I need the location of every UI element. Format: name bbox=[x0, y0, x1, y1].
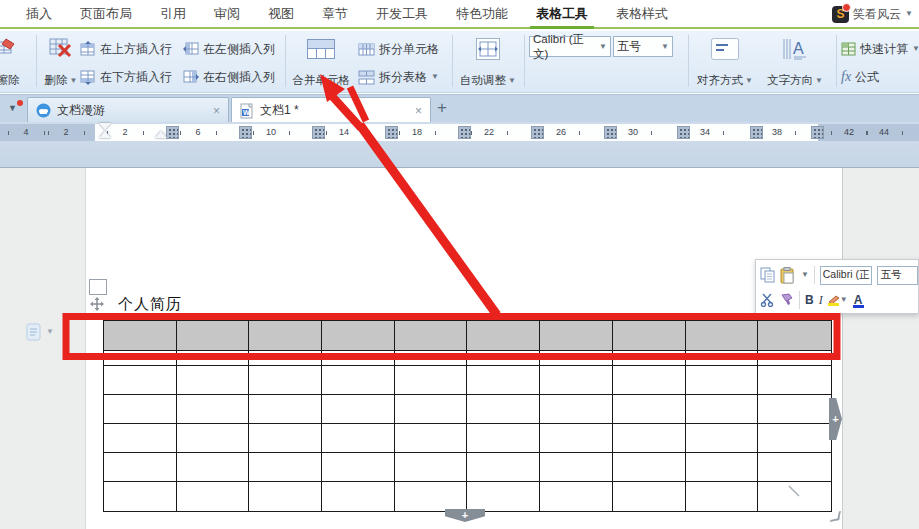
table-cell[interactable] bbox=[686, 453, 759, 482]
table-column-marker[interactable] bbox=[811, 126, 824, 139]
insert-row-below-button[interactable]: 在下方插入行 bbox=[80, 66, 172, 88]
split-table-button[interactable]: 拆分表格▼ bbox=[358, 66, 439, 88]
menu-item-references[interactable]: 引用 bbox=[146, 0, 200, 27]
insert-col-left-button[interactable]: 在左侧插入列 bbox=[183, 38, 275, 60]
table-cell[interactable] bbox=[540, 482, 613, 511]
table-cell[interactable] bbox=[467, 321, 540, 351]
table-column-marker[interactable] bbox=[312, 126, 325, 139]
table-cell[interactable] bbox=[322, 482, 395, 511]
table-cell[interactable] bbox=[467, 424, 540, 453]
menu-item-page-layout[interactable]: 页面布局 bbox=[66, 0, 146, 27]
table-cell[interactable] bbox=[758, 351, 831, 366]
table-cell[interactable] bbox=[177, 366, 250, 395]
menu-item-dev-tools[interactable]: 开发工具 bbox=[362, 0, 442, 27]
table-move-handle[interactable] bbox=[90, 297, 104, 315]
table-cell[interactable] bbox=[249, 321, 322, 351]
table-cell[interactable] bbox=[613, 453, 686, 482]
table-cell[interactable] bbox=[613, 351, 686, 366]
table-cell[interactable] bbox=[758, 321, 831, 351]
table-cell[interactable] bbox=[467, 351, 540, 366]
table-cell[interactable] bbox=[322, 366, 395, 395]
table-cell[interactable] bbox=[613, 482, 686, 511]
table-cell[interactable] bbox=[322, 351, 395, 366]
tab-menu-caret[interactable]: ▼ bbox=[8, 103, 17, 113]
table-cell[interactable] bbox=[686, 351, 759, 366]
table-cell[interactable] bbox=[395, 395, 468, 424]
menu-item-table-style[interactable]: 表格样式 bbox=[602, 0, 682, 27]
table-cell[interactable] bbox=[686, 321, 759, 351]
table-cell[interactable] bbox=[540, 351, 613, 366]
table-cell[interactable] bbox=[177, 482, 250, 511]
table-cell[interactable] bbox=[540, 366, 613, 395]
table-cell[interactable] bbox=[322, 424, 395, 453]
table-cell[interactable] bbox=[758, 395, 831, 424]
table-cell[interactable] bbox=[395, 424, 468, 453]
table-cell[interactable] bbox=[249, 351, 322, 366]
user-account[interactable]: S 笑看风云 ▼ bbox=[832, 2, 913, 26]
copy-icon[interactable] bbox=[760, 267, 775, 283]
paste-icon[interactable] bbox=[780, 267, 796, 284]
table-cell[interactable] bbox=[467, 482, 540, 511]
first-line-indent-marker[interactable] bbox=[99, 123, 111, 130]
table-cell[interactable] bbox=[613, 395, 686, 424]
table-cell[interactable] bbox=[177, 395, 250, 424]
table-cell[interactable] bbox=[467, 453, 540, 482]
table-cell[interactable] bbox=[104, 453, 177, 482]
table-cell[interactable] bbox=[467, 366, 540, 395]
paragraph-options-widget[interactable]: ▼ bbox=[26, 323, 54, 341]
menu-item-special-features[interactable]: 特色功能 bbox=[442, 0, 522, 27]
mini-italic-button[interactable]: I bbox=[819, 293, 823, 308]
text-direction-button[interactable]: A 文字方向▼ bbox=[760, 33, 830, 91]
table-cell[interactable] bbox=[758, 366, 831, 395]
table-cell[interactable] bbox=[758, 424, 831, 453]
table-cell[interactable] bbox=[686, 366, 759, 395]
format-painter-icon[interactable] bbox=[780, 293, 794, 307]
table-column-marker[interactable] bbox=[239, 126, 252, 139]
tab-document1[interactable]: W 文档1 * × bbox=[231, 97, 431, 123]
tab-doc-roam[interactable]: 文档漫游 × bbox=[27, 97, 229, 123]
table-cell[interactable] bbox=[104, 351, 177, 366]
close-icon[interactable]: × bbox=[415, 104, 422, 118]
table-cell[interactable] bbox=[104, 366, 177, 395]
menu-item-view[interactable]: 视图 bbox=[254, 0, 308, 27]
user-avatar-badge[interactable]: S bbox=[832, 6, 849, 23]
menu-item-table-tools[interactable]: 表格工具 bbox=[522, 0, 602, 27]
chevron-down-icon[interactable]: ▼ bbox=[801, 271, 809, 279]
table-cell[interactable] bbox=[249, 395, 322, 424]
table-cell[interactable] bbox=[104, 424, 177, 453]
new-tab-button[interactable]: + bbox=[437, 98, 447, 118]
quick-calc-button[interactable]: 快速计算▼ bbox=[841, 38, 919, 60]
mini-font-size-select[interactable]: 五号 bbox=[877, 266, 918, 285]
table-cell[interactable] bbox=[613, 424, 686, 453]
table-cell[interactable] bbox=[395, 351, 468, 366]
table-cell[interactable] bbox=[177, 351, 250, 366]
table-cell[interactable] bbox=[395, 366, 468, 395]
table-cell[interactable] bbox=[540, 424, 613, 453]
table-cell[interactable] bbox=[467, 395, 540, 424]
table-cell[interactable] bbox=[104, 321, 177, 351]
table-resize-handle[interactable] bbox=[830, 511, 841, 522]
table-cell[interactable] bbox=[540, 395, 613, 424]
menu-item-review[interactable]: 审阅 bbox=[200, 0, 254, 27]
table-cell[interactable] bbox=[249, 453, 322, 482]
table-cell[interactable] bbox=[177, 453, 250, 482]
add-row-button[interactable]: + bbox=[445, 509, 485, 522]
add-column-button[interactable]: + bbox=[829, 398, 842, 440]
mini-font-name-select[interactable]: Calibri (正 ▼ bbox=[820, 266, 873, 285]
insert-col-right-button[interactable]: 在右侧插入列 bbox=[183, 66, 275, 88]
merge-cells-button[interactable]: 合并单元格 bbox=[288, 33, 354, 91]
table-cell[interactable] bbox=[758, 453, 831, 482]
table-cell[interactable] bbox=[686, 395, 759, 424]
delete-button[interactable]: 删除▼ bbox=[40, 33, 82, 91]
table-column-marker[interactable] bbox=[531, 126, 544, 139]
menu-item-section[interactable]: 章节 bbox=[308, 0, 362, 27]
split-cells-button[interactable]: 拆分单元格 bbox=[358, 38, 439, 60]
table-cell[interactable] bbox=[686, 424, 759, 453]
mini-highlight-button[interactable]: ▼ bbox=[828, 295, 848, 306]
table-cell[interactable] bbox=[249, 366, 322, 395]
hanging-indent-marker[interactable] bbox=[99, 131, 111, 138]
table-cell[interactable] bbox=[613, 321, 686, 351]
menu-item-insert[interactable]: 插入 bbox=[12, 0, 66, 27]
font-size-select[interactable]: 五号 ▼ bbox=[613, 36, 673, 57]
formula-button[interactable]: fx 公式 bbox=[841, 66, 879, 88]
